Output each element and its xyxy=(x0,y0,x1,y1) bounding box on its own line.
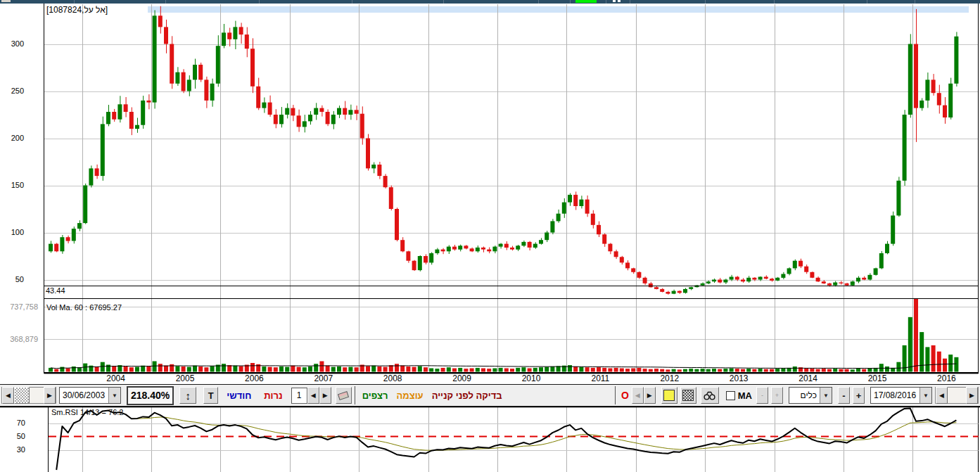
scroll-track[interactable] xyxy=(30,388,44,403)
price-axis-label: 100 xyxy=(3,228,24,236)
price-axis-label: 250 xyxy=(3,87,24,95)
end-date-combo[interactable]: 17/08/2016 ▼ xyxy=(870,387,932,404)
year-label: 2004 xyxy=(101,374,132,383)
left-arrow-icon: ◀ xyxy=(939,392,944,399)
interval-prev-button[interactable]: ◀ xyxy=(307,387,319,404)
year-label: 2005 xyxy=(170,374,201,383)
rsi-axis-label: 70 xyxy=(4,419,25,427)
year-label: 2008 xyxy=(377,374,408,383)
volume-bars xyxy=(49,299,958,372)
binoculars-icon xyxy=(704,391,715,400)
zoom-out-button[interactable]: - xyxy=(838,387,850,404)
chevron-down-icon[interactable]: ▼ xyxy=(919,388,931,403)
left-arrow-icon: ◀ xyxy=(311,392,316,399)
charting-application: [אל על,1087824] 43.44 Vol Ma. 60 : 67695… xyxy=(0,0,980,472)
price-axis-label: 300 xyxy=(3,39,24,48)
right-arrow-icon: ▶ xyxy=(323,392,328,399)
end-date-value: 17/08/2016 xyxy=(871,390,919,400)
year-label: 2007 xyxy=(308,374,339,383)
binoculars-button[interactable] xyxy=(701,387,719,404)
t-button[interactable]: T xyxy=(203,387,218,404)
eraser-icon xyxy=(338,391,349,400)
zoom-in-button[interactable]: + xyxy=(853,387,865,404)
right-arrow-icon: ▶ xyxy=(47,392,52,399)
year-label: 2006 xyxy=(238,374,269,383)
period-monthly-label[interactable]: חודשי xyxy=(227,390,251,401)
year-label: 2011 xyxy=(585,374,616,383)
scroll-left-arrow-button[interactable]: ◀ xyxy=(2,387,14,404)
year-label: 2016 xyxy=(931,374,962,383)
start-date-value: 30/06/2003 xyxy=(60,390,108,400)
rsi-signal-line xyxy=(132,417,957,450)
interval-next-button[interactable]: ▶ xyxy=(319,387,331,404)
year-label: 2013 xyxy=(723,374,754,383)
price-axis-label: 150 xyxy=(3,181,24,189)
right-arrow-icon: ▶ xyxy=(969,392,974,399)
chart-toolbar: ◀ ▶ 30/06/2003 ▼ 218.40% ↕ T חודשי נרות … xyxy=(0,384,980,407)
year-label: 2012 xyxy=(654,374,685,383)
style-candles-label[interactable]: נרות xyxy=(264,390,282,401)
left-arrow-icon: ◀ xyxy=(635,392,640,399)
tools-combo[interactable]: כלים ▼ xyxy=(789,387,832,404)
symbol-label: [אל על,1087824] xyxy=(46,5,108,15)
zoom-percent-display: 218.40% xyxy=(127,386,174,405)
scroll-track[interactable] xyxy=(948,388,966,403)
level-line-label: 43.44 xyxy=(46,286,65,295)
start-date-combo[interactable]: 30/06/2003 ▼ xyxy=(59,387,121,404)
toolbar-divider xyxy=(355,386,355,404)
volume-ma-line xyxy=(51,364,956,369)
rsi-axis-label: 50 xyxy=(4,432,25,440)
rsi-axis-label: 30 xyxy=(4,445,25,454)
rsi-label: Sm.RSI 14/13 = 76.2 xyxy=(51,408,123,416)
check-before-buy-button[interactable]: בדיקה לפני קנייה xyxy=(432,390,502,401)
toolbar-divider xyxy=(615,386,616,404)
o-next-button[interactable]: ▶ xyxy=(644,387,656,404)
eraser-button[interactable] xyxy=(336,387,352,404)
scroll-thumb[interactable] xyxy=(14,387,30,404)
o-prev-button[interactable]: ◀ xyxy=(632,387,644,404)
updown-arrow-icon: ↕ xyxy=(186,390,191,402)
o-indicator-button[interactable]: O xyxy=(621,390,629,401)
ma-minus-button[interactable]: - xyxy=(756,387,768,404)
volume-axis-label: 368,879 xyxy=(1,335,38,343)
right-arrow-icon: ▶ xyxy=(647,392,652,399)
year-label: 2015 xyxy=(862,374,893,383)
ma-checkbox[interactable] xyxy=(726,391,735,400)
volume-axis-label: 737,758 xyxy=(1,302,38,311)
pattern-square-icon xyxy=(682,390,694,401)
scroll-left-arrow-button[interactable]: ◀ xyxy=(936,387,948,404)
year-label: 2010 xyxy=(516,374,547,383)
price-axis-label: 50 xyxy=(3,275,24,283)
scroll-right-arrow-button[interactable]: ▶ xyxy=(44,387,56,404)
price-axis-label: 200 xyxy=(3,134,24,142)
vertical-scale-button[interactable]: ↕ xyxy=(179,387,196,404)
year-label: 2014 xyxy=(793,374,824,383)
pattern-button[interactable] xyxy=(680,387,696,404)
left-arrow-icon: ◀ xyxy=(6,392,11,399)
h-scrollbar-right[interactable]: ◀ ▶ xyxy=(935,387,979,404)
rsi-line xyxy=(56,409,956,471)
yellow-marker-button[interactable] xyxy=(661,387,677,404)
ma-plus-button[interactable]: + xyxy=(771,387,783,404)
tools-combo-value: כלים xyxy=(789,390,820,400)
chevron-down-icon[interactable]: ▼ xyxy=(820,388,832,403)
interval-input[interactable]: 1 xyxy=(291,388,307,404)
chevron-down-icon[interactable]: ▼ xyxy=(108,388,120,403)
power-button[interactable]: עוצמה xyxy=(397,390,424,401)
candles xyxy=(49,6,958,295)
year-label: 2009 xyxy=(447,374,478,383)
sequences-button[interactable]: רצפים xyxy=(362,390,388,401)
yellow-square-icon xyxy=(663,390,675,401)
ma-label: MA xyxy=(738,390,752,401)
h-scrollbar-left[interactable]: ◀ ▶ xyxy=(1,387,56,404)
scroll-right-arrow-button[interactable]: ▶ xyxy=(966,387,978,404)
volume-ma-label: Vol Ma. 60 : 67695.27 xyxy=(46,303,122,312)
